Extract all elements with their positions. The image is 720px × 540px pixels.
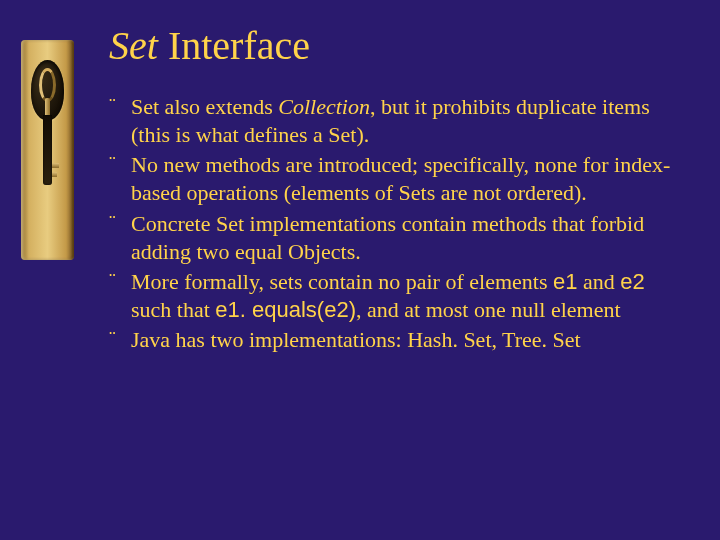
bullet-text: Java has two implementations: Hash. Set,… <box>131 327 581 352</box>
bullet-text: More formally, sets contain no pair of e… <box>131 269 553 294</box>
bullet-item: More formally, sets contain no pair of e… <box>109 268 690 324</box>
key-plate-graphic <box>21 40 74 260</box>
slide-title: Set Interface <box>109 22 690 69</box>
title-italic: Set <box>109 23 158 68</box>
bullet-code: e1 <box>553 269 577 294</box>
bullet-code: e2 <box>620 269 644 294</box>
bullet-text: and <box>577 269 620 294</box>
bullet-item: Concrete Set implementations contain met… <box>109 210 690 266</box>
bullet-text: such that <box>131 297 215 322</box>
bullet-text: , and at most one null element <box>356 297 621 322</box>
bullet-list: Set also extends Collection, but it proh… <box>109 93 690 354</box>
title-rest: Interface <box>158 23 310 68</box>
bullet-text: Set also extends <box>131 94 278 119</box>
bullet-item: No new methods are introduced; specifica… <box>109 151 690 207</box>
decorative-sidebar <box>0 0 95 540</box>
slide: Set Interface Set also extends Collectio… <box>0 0 720 540</box>
bullet-text: No new methods are introduced; specifica… <box>131 152 670 205</box>
bullet-item: Java has two implementations: Hash. Set,… <box>109 326 690 354</box>
key-icon <box>39 68 56 188</box>
bullet-code: e1. equals(e2) <box>215 297 356 322</box>
bullet-item: Set also extends Collection, but it proh… <box>109 93 690 149</box>
bullet-em: Collection <box>278 94 370 119</box>
bullet-text: Concrete Set implementations contain met… <box>131 211 644 264</box>
slide-content: Set Interface Set also extends Collectio… <box>95 0 720 540</box>
